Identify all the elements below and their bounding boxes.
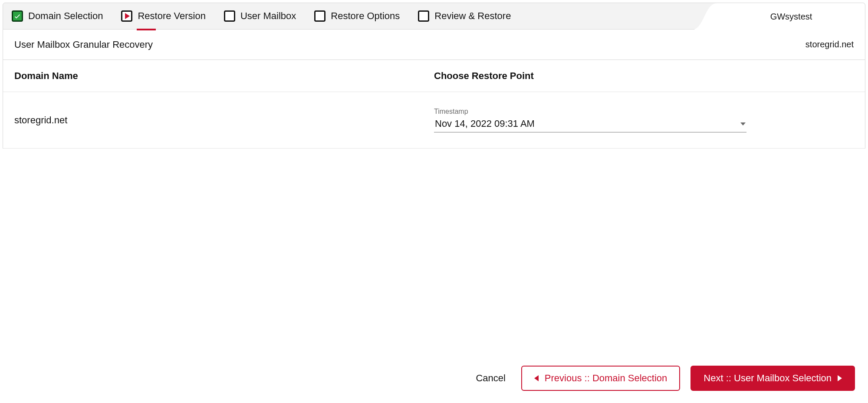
step-label: Restore Version: [138, 10, 206, 22]
step-pending-icon: [314, 10, 326, 22]
step-label: User Mailbox: [240, 10, 296, 22]
column-header-domain: Domain Name: [14, 70, 434, 82]
triangle-right-icon: [838, 375, 842, 381]
timestamp-label: Timestamp: [434, 108, 746, 116]
page-subheader: User Mailbox Granular Recovery storegrid…: [3, 30, 865, 60]
step-label: Restore Options: [331, 10, 400, 22]
page-domain: storegrid.net: [806, 40, 854, 50]
page-title: User Mailbox Granular Recovery: [14, 39, 153, 50]
previous-label: Previous :: Domain Selection: [545, 373, 667, 384]
cancel-button[interactable]: Cancel: [470, 373, 510, 384]
step-restore-version[interactable]: Restore Version: [121, 10, 206, 22]
next-label: Next :: User Mailbox Selection: [704, 373, 832, 384]
chevron-down-icon: [740, 122, 746, 126]
step-domain-selection[interactable]: Domain Selection: [12, 10, 103, 22]
step-label: Review & Restore: [434, 10, 511, 22]
tenant-name: GWsystest: [770, 12, 812, 22]
column-header-restore: Choose Restore Point: [434, 70, 854, 82]
step-review-restore[interactable]: Review & Restore: [418, 10, 511, 22]
current-step-underline: [137, 29, 156, 30]
step-pending-icon: [224, 10, 235, 22]
cancel-label: Cancel: [476, 373, 505, 383]
wizard-steps-bar: Domain Selection Restore Version User Ma…: [3, 3, 865, 30]
domain-value: storegrid.net: [14, 115, 434, 126]
wizard-footer: Cancel Previous :: Domain Selection Next…: [470, 366, 855, 391]
step-pending-icon: [418, 10, 429, 22]
timestamp-value: Nov 14, 2022 09:31 AM: [435, 118, 535, 129]
next-button[interactable]: Next :: User Mailbox Selection: [690, 366, 855, 391]
tenant-tab[interactable]: GWsystest: [717, 3, 865, 30]
restore-point-select[interactable]: Timestamp Nov 14, 2022 09:31 AM: [434, 108, 746, 132]
step-label: Domain Selection: [28, 10, 103, 22]
step-user-mailbox[interactable]: User Mailbox: [224, 10, 296, 22]
step-current-icon: [121, 10, 132, 22]
timestamp-dropdown[interactable]: Nov 14, 2022 09:31 AM: [434, 116, 746, 132]
step-done-icon: [12, 10, 23, 22]
domain-row: storegrid.net Timestamp Nov 14, 2022 09:…: [3, 92, 865, 149]
previous-button[interactable]: Previous :: Domain Selection: [521, 366, 680, 391]
columns-header: Domain Name Choose Restore Point: [3, 60, 865, 92]
step-restore-options[interactable]: Restore Options: [314, 10, 400, 22]
main-panel: Domain Name Choose Restore Point storegr…: [3, 60, 865, 149]
triangle-left-icon: [534, 375, 539, 381]
